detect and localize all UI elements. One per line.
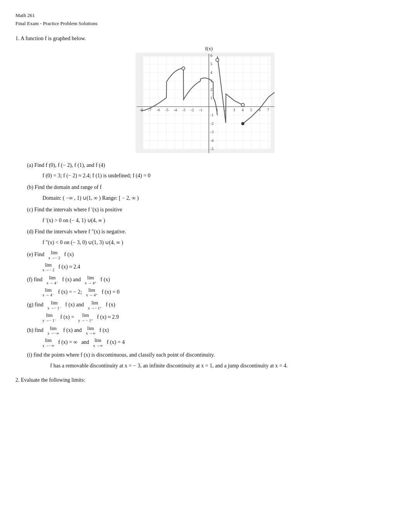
part-d-question: (d) Find the intervals where f ″(x) is n… xyxy=(27,227,395,236)
graph-fx-label: f(x) xyxy=(139,46,278,52)
part-g-answer: lim y →− 1⁻ f (x) = lim y → − 1⁺ f (x) ≈… xyxy=(42,312,395,323)
part-b-answer: Domain: ( −∞ , 1) ∪(1, ∞ ) Range: [ − 2,… xyxy=(42,194,395,203)
part-a-question: (a) Find f (0), f (− 2), f (1), and f (4… xyxy=(27,161,395,170)
part-a-answer: f (0) = 3; f (− 2) ≈ 2.4; f (1) is undef… xyxy=(42,171,395,180)
part-c-answer: f ′(x) > 0 on (− 4, 1) ∪(4, ∞ ) xyxy=(42,216,395,225)
part-f-answer: lim x → 4⁻ f (x) = − 2; lim x → 4⁺ f (x)… xyxy=(42,287,395,298)
part-d-answer: f ″(x) < 0 on (− 3, 0) ∪(1, 3) ∪(4, ∞ ) xyxy=(42,238,395,247)
header-line1: Math 261 xyxy=(15,12,395,20)
part-e-answer: lim x →− 2 f (x) ≈ 2.4 xyxy=(42,262,395,273)
part-g-question: (g) find lim x →− 1⁻ f (x) and lim x →− … xyxy=(27,300,395,311)
part-h-answer: lim x →−∞ f (x) = ∞ and lim x →∞ f (x) =… xyxy=(42,337,395,348)
part-i-answer: f has a removable discontinuity at x = −… xyxy=(50,361,395,371)
lim-e-notation: lim x →− 2 xyxy=(48,250,60,260)
problem-1-label: 1. A function f is graphed below. xyxy=(15,36,395,42)
problem-1: 1. A function f is graphed below. f(x) (… xyxy=(15,36,395,371)
part-e-question: (e) Find lim x →− 2 f (x) xyxy=(27,250,395,260)
problem-2: 2. Evaluate the following limits: xyxy=(15,377,395,383)
graph-container: f(x) xyxy=(132,46,278,153)
part-i-question: (i) find the points where f (x) is disco… xyxy=(27,350,395,360)
header-line2: Final Exam - Practice Problem Solutions xyxy=(15,20,395,28)
part-f-question: (f) find lim x → 4⁻ f (x) and lim x → 4⁺… xyxy=(27,275,395,286)
part-h-question: (h) find lim x →−∞ f (x) and lim x →∞ f … xyxy=(27,325,395,336)
header: Math 261 Final Exam - Practice Problem S… xyxy=(15,12,395,28)
problem-2-label: 2. Evaluate the following limits: xyxy=(15,377,395,383)
part-c-question: (c) Find the intervals where f ′(x) is p… xyxy=(27,205,395,214)
part-b-question: (b) Find the domain and range of f xyxy=(27,183,395,192)
